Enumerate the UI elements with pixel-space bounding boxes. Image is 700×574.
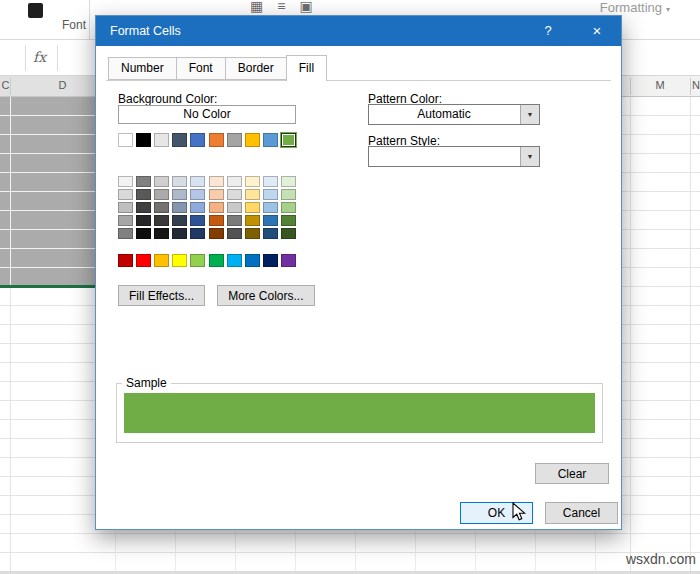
color-swatch[interactable] — [263, 189, 278, 200]
pattern-style-combobox[interactable]: ▼ — [368, 146, 540, 167]
color-swatch[interactable] — [209, 228, 224, 239]
color-swatch[interactable] — [190, 215, 205, 226]
color-swatch[interactable] — [154, 176, 169, 187]
tab-fill[interactable]: Fill — [286, 55, 327, 81]
pattern-style-value — [369, 147, 519, 166]
dialog-titlebar[interactable]: Format Cells ? × — [96, 16, 621, 46]
color-swatch[interactable] — [209, 215, 224, 226]
color-swatch[interactable] — [190, 133, 205, 147]
color-swatch[interactable] — [281, 254, 296, 267]
color-swatch[interactable] — [245, 215, 260, 226]
color-swatch[interactable] — [245, 228, 260, 239]
color-swatch[interactable] — [245, 254, 260, 267]
close-icon[interactable]: × — [579, 16, 615, 46]
color-swatch[interactable] — [172, 215, 187, 226]
column-header-n[interactable]: N — [692, 79, 700, 91]
borders-icon[interactable] — [28, 3, 43, 18]
color-swatch[interactable] — [118, 176, 133, 187]
color-swatch[interactable] — [227, 254, 242, 267]
color-swatch[interactable] — [154, 254, 169, 267]
color-swatch[interactable] — [172, 133, 187, 147]
clear-button[interactable]: Clear — [535, 463, 609, 484]
color-swatch[interactable] — [118, 254, 133, 267]
color-swatch[interactable] — [227, 228, 242, 239]
insert-function-icon[interactable]: fx — [33, 49, 46, 65]
column-header-c[interactable]: C — [1, 79, 10, 91]
color-swatch[interactable] — [227, 202, 242, 213]
color-swatch[interactable] — [136, 189, 151, 200]
color-swatch[interactable] — [172, 254, 187, 267]
color-swatch[interactable] — [190, 202, 205, 213]
standard-color-row — [118, 254, 296, 267]
chevron-down-icon[interactable]: ▼ — [520, 147, 539, 166]
color-swatch[interactable] — [154, 133, 169, 147]
color-swatch[interactable] — [281, 228, 296, 239]
tab-number[interactable]: Number — [108, 57, 177, 80]
color-swatch[interactable] — [136, 133, 151, 147]
color-swatch[interactable] — [227, 215, 242, 226]
color-swatch[interactable] — [154, 228, 169, 239]
tab-font[interactable]: Font — [176, 57, 226, 80]
color-swatch[interactable] — [209, 202, 224, 213]
cancel-button[interactable]: Cancel — [545, 502, 618, 524]
color-swatch[interactable] — [190, 189, 205, 200]
pattern-color-combobox[interactable]: Automatic ▼ — [368, 104, 540, 125]
color-swatch[interactable] — [154, 189, 169, 200]
sheet-gridline-vertical — [10, 97, 11, 285]
help-button[interactable]: ? — [533, 16, 563, 46]
color-swatch[interactable] — [209, 254, 224, 267]
color-swatch[interactable] — [281, 215, 296, 226]
color-swatch[interactable] — [245, 176, 260, 187]
color-swatch[interactable] — [136, 176, 151, 187]
tab-border[interactable]: Border — [225, 57, 287, 80]
color-swatch[interactable] — [136, 215, 151, 226]
color-swatch[interactable] — [263, 254, 278, 267]
color-swatch[interactable] — [190, 254, 205, 267]
chevron-down-icon[interactable]: ▼ — [520, 105, 539, 124]
color-swatch[interactable] — [281, 189, 296, 200]
fill-effects-button[interactable]: Fill Effects... — [118, 285, 205, 306]
color-swatch[interactable] — [172, 228, 187, 239]
column-header-m[interactable]: M — [630, 79, 690, 91]
color-swatch[interactable] — [209, 176, 224, 187]
color-swatch[interactable] — [263, 176, 278, 187]
color-swatch[interactable] — [263, 202, 278, 213]
color-swatch[interactable] — [227, 189, 242, 200]
color-swatch[interactable] — [245, 189, 260, 200]
color-swatch[interactable] — [172, 176, 187, 187]
color-swatch[interactable] — [118, 202, 133, 213]
color-swatch[interactable] — [245, 202, 260, 213]
color-swatch[interactable] — [263, 133, 278, 147]
color-swatch[interactable] — [263, 228, 278, 239]
color-swatch[interactable] — [245, 133, 260, 147]
color-swatch[interactable] — [227, 176, 242, 187]
color-swatch[interactable] — [172, 202, 187, 213]
more-colors-button[interactable]: More Colors... — [217, 285, 314, 306]
color-swatch[interactable] — [136, 202, 151, 213]
color-swatch[interactable] — [190, 176, 205, 187]
color-swatch[interactable] — [227, 133, 242, 147]
box-icon[interactable]: ▣ — [299, 0, 312, 14]
conditional-formatting-button[interactable]: Formatting▾ — [600, 0, 670, 15]
color-swatch[interactable] — [263, 215, 278, 226]
color-swatch[interactable] — [154, 215, 169, 226]
color-swatch[interactable] — [172, 189, 187, 200]
color-swatch[interactable] — [118, 215, 133, 226]
no-color-button[interactable]: No Color — [118, 105, 296, 124]
color-swatch[interactable] — [281, 176, 296, 187]
color-swatch[interactable] — [118, 133, 133, 147]
color-swatch[interactable] — [136, 254, 151, 267]
align-lines-icon[interactable]: ≡ — [277, 0, 285, 14]
color-swatch[interactable] — [136, 228, 151, 239]
color-swatch[interactable] — [209, 189, 224, 200]
color-swatch[interactable] — [118, 189, 133, 200]
color-swatch[interactable] — [209, 133, 224, 147]
selected-cells-fill[interactable] — [0, 97, 95, 285]
color-swatch[interactable] — [118, 228, 133, 239]
color-swatch[interactable] — [154, 202, 169, 213]
grid-icon[interactable]: ▦ — [250, 0, 263, 14]
color-swatch[interactable] — [190, 228, 205, 239]
color-swatch[interactable] — [281, 202, 296, 213]
color-swatch-selected[interactable] — [281, 133, 296, 147]
name-box-divider — [25, 45, 26, 71]
